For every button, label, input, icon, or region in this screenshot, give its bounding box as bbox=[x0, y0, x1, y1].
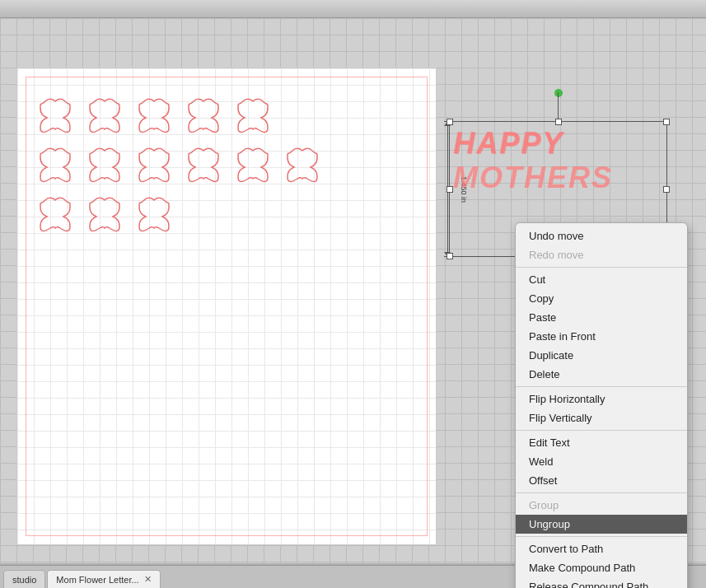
menu-separator bbox=[516, 492, 687, 493]
flower-10[interactable] bbox=[231, 142, 274, 185]
menu-item-undo-move[interactable]: Undo move bbox=[516, 226, 687, 245]
menu-item-delete[interactable]: Delete bbox=[516, 365, 687, 384]
flower-14[interactable] bbox=[133, 192, 175, 235]
menu-item-paste[interactable]: Paste bbox=[516, 308, 687, 327]
menu-item-release-compound-path[interactable]: Release Compound Path bbox=[516, 577, 687, 588]
flower-7[interactable] bbox=[83, 142, 126, 185]
menu-item-offset[interactable]: Offset bbox=[516, 471, 687, 490]
handle-top-left[interactable] bbox=[447, 119, 453, 125]
menu-item-make-compound-path[interactable]: Make Compound Path bbox=[516, 558, 687, 577]
title-bar bbox=[0, 0, 706, 18]
menu-separator bbox=[516, 267, 687, 268]
flower-6[interactable] bbox=[34, 142, 77, 185]
menu-item-duplicate[interactable]: Duplicate bbox=[516, 346, 687, 365]
menu-item-weld[interactable]: Weld bbox=[516, 452, 687, 471]
flower-row-3 bbox=[34, 192, 324, 235]
flower-row-2 bbox=[34, 142, 324, 185]
menu-item-edit-text[interactable]: Edit Text bbox=[516, 433, 687, 452]
flower-3[interactable] bbox=[133, 93, 175, 136]
canvas-area[interactable]: 1.450 in HAPPY MOTHERS Undo moveRedo mov… bbox=[0, 18, 706, 588]
tab-close-icon[interactable]: ✕ bbox=[144, 574, 152, 585]
happy-text-display: HAPPY bbox=[453, 128, 563, 158]
handle-bottom-left[interactable] bbox=[447, 253, 453, 259]
flower-13[interactable] bbox=[83, 192, 126, 235]
handle-middle-right[interactable] bbox=[663, 186, 670, 193]
flower-8[interactable] bbox=[133, 142, 175, 185]
menu-item-convert-to-path[interactable]: Convert to Path bbox=[516, 539, 687, 558]
tab-mom-flower-label: Mom Flower Letter... bbox=[56, 575, 138, 585]
context-menu: Undo moveRedo moveCutCopyPastePaste in F… bbox=[515, 222, 688, 588]
main-area: 1.450 in HAPPY MOTHERS Undo moveRedo mov… bbox=[0, 18, 706, 588]
menu-item-cut[interactable]: Cut bbox=[516, 270, 687, 289]
design-page bbox=[16, 68, 437, 545]
flower-12[interactable] bbox=[34, 192, 77, 235]
tab-studio-label: studio bbox=[12, 575, 36, 585]
flowers-area bbox=[34, 93, 324, 241]
handle-top-right[interactable] bbox=[663, 119, 670, 125]
menu-item-ungroup[interactable]: Ungroup bbox=[516, 515, 687, 534]
mothers-text-display: MOTHERS bbox=[453, 163, 613, 193]
menu-item-flip-horizontally[interactable]: Flip Horizontally bbox=[516, 390, 687, 408]
menu-item-flip-vertically[interactable]: Flip Vertically bbox=[516, 408, 687, 427]
flower-9[interactable] bbox=[182, 142, 225, 185]
flower-11[interactable] bbox=[281, 142, 324, 185]
flower-row-1 bbox=[34, 93, 324, 136]
menu-separator bbox=[516, 536, 687, 537]
menu-separator bbox=[516, 430, 687, 431]
flower-1[interactable] bbox=[34, 93, 77, 136]
handle-top-middle[interactable] bbox=[555, 119, 562, 125]
flower-2[interactable] bbox=[83, 93, 126, 136]
menu-item-copy[interactable]: Copy bbox=[516, 289, 687, 308]
flower-4[interactable] bbox=[182, 93, 225, 136]
menu-item-paste-in-front[interactable]: Paste in Front bbox=[516, 327, 687, 346]
menu-separator bbox=[516, 386, 687, 387]
rotation-line bbox=[558, 92, 559, 119]
flower-5[interactable] bbox=[231, 93, 274, 136]
tab-studio[interactable]: studio bbox=[3, 570, 45, 588]
handle-middle-left[interactable] bbox=[447, 186, 453, 193]
tab-mom-flower[interactable]: Mom Flower Letter... ✕ bbox=[47, 570, 160, 588]
menu-item-group: Group bbox=[516, 496, 687, 515]
menu-item-redo-move: Redo move bbox=[516, 245, 687, 264]
